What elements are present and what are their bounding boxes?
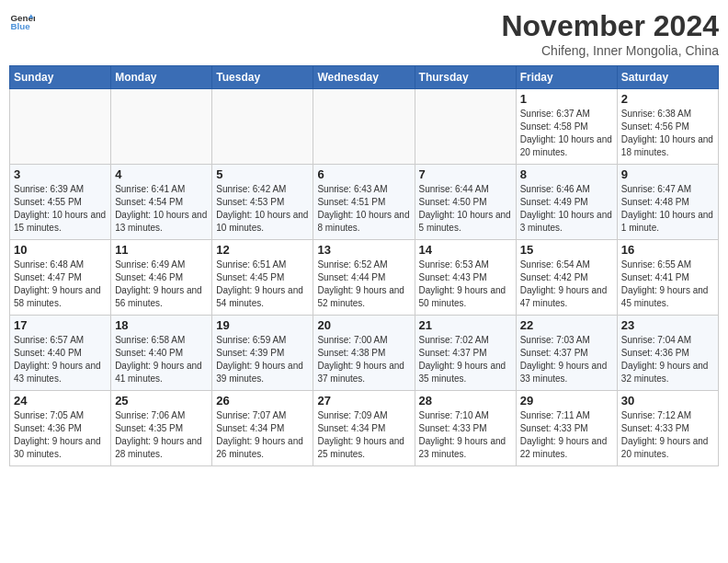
calendar-day-cell: 16Sunrise: 6:55 AM Sunset: 4:41 PM Dayli…: [617, 240, 718, 316]
calendar-day-header: Monday: [111, 66, 212, 89]
day-info: Sunrise: 6:53 AM Sunset: 4:43 PM Dayligh…: [419, 259, 512, 310]
day-info: Sunrise: 6:54 AM Sunset: 4:42 PM Dayligh…: [520, 259, 613, 310]
calendar-table: SundayMondayTuesdayWednesdayThursdayFrid…: [9, 65, 719, 466]
calendar-day-cell: 25Sunrise: 7:06 AM Sunset: 4:35 PM Dayli…: [111, 391, 212, 466]
day-number: 15: [520, 243, 613, 257]
day-number: 4: [115, 167, 208, 181]
day-info: Sunrise: 6:39 AM Sunset: 4:55 PM Dayligh…: [14, 183, 107, 235]
calendar-day-cell: 17Sunrise: 6:57 AM Sunset: 4:40 PM Dayli…: [10, 316, 111, 391]
calendar-week-row: 24Sunrise: 7:05 AM Sunset: 4:36 PM Dayli…: [10, 391, 719, 466]
calendar-day-header: Wednesday: [313, 66, 415, 89]
day-number: 2: [621, 92, 714, 106]
day-number: 13: [317, 243, 410, 257]
calendar-day-cell: 26Sunrise: 7:07 AM Sunset: 4:34 PM Dayli…: [212, 391, 313, 466]
day-number: 25: [115, 394, 208, 408]
day-info: Sunrise: 7:12 AM Sunset: 4:33 PM Dayligh…: [621, 409, 714, 461]
calendar-day-header: Thursday: [415, 66, 516, 89]
day-info: Sunrise: 6:43 AM Sunset: 4:51 PM Dayligh…: [317, 183, 410, 235]
day-number: 20: [317, 318, 410, 332]
calendar-week-row: 1Sunrise: 6:37 AM Sunset: 4:58 PM Daylig…: [10, 89, 719, 165]
day-info: Sunrise: 6:46 AM Sunset: 4:49 PM Dayligh…: [520, 183, 613, 235]
calendar-day-cell: 2Sunrise: 6:38 AM Sunset: 4:56 PM Daylig…: [617, 89, 718, 165]
calendar-day-cell: 14Sunrise: 6:53 AM Sunset: 4:43 PM Dayli…: [415, 240, 516, 316]
calendar-day-cell: 8Sunrise: 6:46 AM Sunset: 4:49 PM Daylig…: [516, 165, 617, 240]
calendar-header-row: SundayMondayTuesdayWednesdayThursdayFrid…: [10, 66, 719, 89]
calendar-empty-cell: [10, 89, 111, 165]
calendar-week-row: 10Sunrise: 6:48 AM Sunset: 4:47 PM Dayli…: [10, 240, 719, 316]
day-info: Sunrise: 7:10 AM Sunset: 4:33 PM Dayligh…: [419, 409, 512, 461]
day-info: Sunrise: 6:44 AM Sunset: 4:50 PM Dayligh…: [419, 183, 512, 235]
svg-text:Blue: Blue: [10, 21, 30, 31]
calendar-day-cell: 12Sunrise: 6:51 AM Sunset: 4:45 PM Dayli…: [212, 240, 313, 316]
calendar-day-cell: 1Sunrise: 6:37 AM Sunset: 4:58 PM Daylig…: [516, 89, 617, 165]
day-number: 9: [621, 167, 714, 181]
calendar-day-cell: 21Sunrise: 7:02 AM Sunset: 4:37 PM Dayli…: [415, 316, 516, 391]
day-info: Sunrise: 7:11 AM Sunset: 4:33 PM Dayligh…: [520, 409, 613, 461]
day-info: Sunrise: 6:58 AM Sunset: 4:40 PM Dayligh…: [115, 334, 208, 385]
day-number: 3: [14, 167, 107, 181]
calendar-day-cell: 11Sunrise: 6:49 AM Sunset: 4:46 PM Dayli…: [111, 240, 212, 316]
calendar-empty-cell: [313, 89, 415, 165]
day-number: 23: [621, 318, 714, 332]
calendar-day-cell: 6Sunrise: 6:43 AM Sunset: 4:51 PM Daylig…: [313, 165, 415, 240]
calendar-day-cell: 19Sunrise: 6:59 AM Sunset: 4:39 PM Dayli…: [212, 316, 313, 391]
day-info: Sunrise: 6:37 AM Sunset: 4:58 PM Dayligh…: [520, 108, 613, 159]
day-info: Sunrise: 6:38 AM Sunset: 4:56 PM Dayligh…: [621, 108, 714, 159]
day-info: Sunrise: 7:02 AM Sunset: 4:37 PM Dayligh…: [419, 334, 512, 385]
day-info: Sunrise: 6:55 AM Sunset: 4:41 PM Dayligh…: [621, 259, 714, 310]
day-info: Sunrise: 6:47 AM Sunset: 4:48 PM Dayligh…: [621, 183, 714, 235]
day-number: 22: [520, 318, 613, 332]
calendar-day-cell: 18Sunrise: 6:58 AM Sunset: 4:40 PM Dayli…: [111, 316, 212, 391]
calendar-day-cell: 4Sunrise: 6:41 AM Sunset: 4:54 PM Daylig…: [111, 165, 212, 240]
day-info: Sunrise: 7:04 AM Sunset: 4:36 PM Dayligh…: [621, 334, 714, 385]
day-info: Sunrise: 6:52 AM Sunset: 4:44 PM Dayligh…: [317, 259, 410, 310]
day-number: 14: [419, 243, 512, 257]
day-number: 12: [216, 243, 309, 257]
day-info: Sunrise: 7:09 AM Sunset: 4:34 PM Dayligh…: [317, 409, 410, 461]
calendar-empty-cell: [111, 89, 212, 165]
calendar-day-cell: 23Sunrise: 7:04 AM Sunset: 4:36 PM Dayli…: [617, 316, 718, 391]
day-number: 1: [520, 92, 613, 106]
day-info: Sunrise: 6:57 AM Sunset: 4:40 PM Dayligh…: [14, 334, 107, 385]
day-number: 5: [216, 167, 309, 181]
day-number: 18: [115, 318, 208, 332]
day-number: 30: [621, 394, 714, 408]
day-number: 27: [317, 394, 410, 408]
day-info: Sunrise: 6:48 AM Sunset: 4:47 PM Dayligh…: [14, 259, 107, 310]
calendar-day-cell: 3Sunrise: 6:39 AM Sunset: 4:55 PM Daylig…: [10, 165, 111, 240]
day-number: 7: [419, 167, 512, 181]
day-number: 29: [520, 394, 613, 408]
day-number: 11: [115, 243, 208, 257]
day-number: 28: [419, 394, 512, 408]
calendar-day-cell: 5Sunrise: 6:42 AM Sunset: 4:53 PM Daylig…: [212, 165, 313, 240]
day-number: 26: [216, 394, 309, 408]
calendar-day-header: Sunday: [10, 66, 111, 89]
day-info: Sunrise: 6:51 AM Sunset: 4:45 PM Dayligh…: [216, 259, 309, 310]
day-number: 19: [216, 318, 309, 332]
day-info: Sunrise: 6:42 AM Sunset: 4:53 PM Dayligh…: [216, 183, 309, 235]
calendar-day-header: Friday: [516, 66, 617, 89]
day-info: Sunrise: 7:06 AM Sunset: 4:35 PM Dayligh…: [115, 409, 208, 461]
page-header: General Blue November 2024 Chifeng, Inne…: [9, 9, 719, 58]
day-number: 6: [317, 167, 410, 181]
calendar-empty-cell: [415, 89, 516, 165]
title-block: November 2024 Chifeng, Inner Mongolia, C…: [501, 9, 719, 58]
calendar-day-cell: 27Sunrise: 7:09 AM Sunset: 4:34 PM Dayli…: [313, 391, 415, 466]
calendar-day-cell: 15Sunrise: 6:54 AM Sunset: 4:42 PM Dayli…: [516, 240, 617, 316]
calendar-day-cell: 20Sunrise: 7:00 AM Sunset: 4:38 PM Dayli…: [313, 316, 415, 391]
logo: General Blue: [9, 9, 35, 35]
day-number: 21: [419, 318, 512, 332]
day-info: Sunrise: 7:05 AM Sunset: 4:36 PM Dayligh…: [14, 409, 107, 461]
calendar-day-cell: 24Sunrise: 7:05 AM Sunset: 4:36 PM Dayli…: [10, 391, 111, 466]
logo-icon: General Blue: [9, 9, 35, 35]
day-number: 16: [621, 243, 714, 257]
calendar-day-cell: 22Sunrise: 7:03 AM Sunset: 4:37 PM Dayli…: [516, 316, 617, 391]
calendar-day-cell: 7Sunrise: 6:44 AM Sunset: 4:50 PM Daylig…: [415, 165, 516, 240]
day-number: 24: [14, 394, 107, 408]
day-info: Sunrise: 6:41 AM Sunset: 4:54 PM Dayligh…: [115, 183, 208, 235]
day-number: 10: [14, 243, 107, 257]
calendar-day-cell: 29Sunrise: 7:11 AM Sunset: 4:33 PM Dayli…: [516, 391, 617, 466]
calendar-day-cell: 10Sunrise: 6:48 AM Sunset: 4:47 PM Dayli…: [10, 240, 111, 316]
day-info: Sunrise: 7:07 AM Sunset: 4:34 PM Dayligh…: [216, 409, 309, 461]
day-number: 8: [520, 167, 613, 181]
